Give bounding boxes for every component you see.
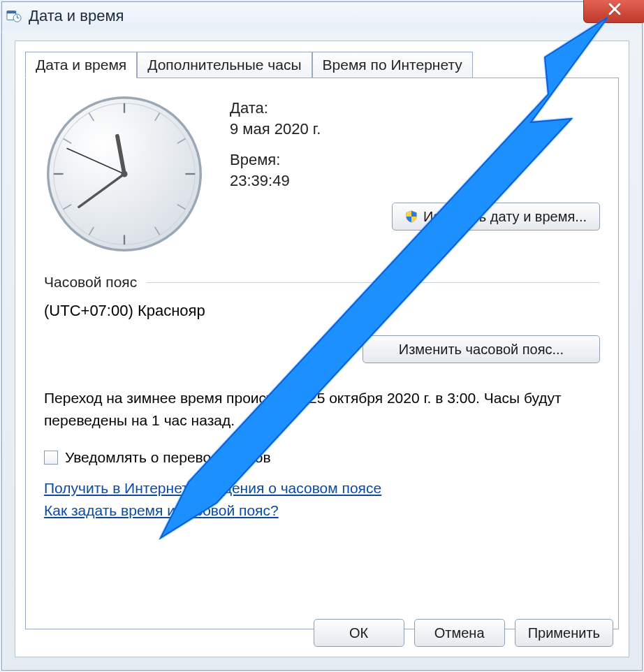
tab-internet-time[interactable]: Время по Интернету [312,52,473,78]
timezone-value: (UTC+07:00) Краснояр [44,302,600,320]
date-value: 9 мая 2020 г. [230,120,600,138]
separator-line [147,282,600,283]
link-timezone-info[interactable]: Получить в Интернете сведения о часовом … [44,480,600,497]
svg-rect-1 [7,11,16,14]
link-howto-set-time[interactable]: Как задать время и часовой пояс? [44,502,600,519]
dst-info-text: Переход на зимнее время происходит 25 ок… [44,387,600,431]
dst-notify-label: Уведомлять о переводе часов [65,449,271,466]
apply-button[interactable]: Применить [515,619,613,647]
tab-date-time[interactable]: Дата и время [25,52,137,78]
window-title: Дата и время [29,7,124,25]
time-value: 23:39:49 [230,172,600,190]
analog-clock [44,94,205,254]
uac-shield-icon [405,210,418,223]
close-icon [606,1,623,17]
dialog-button-row: ОК Отмена Применить [314,619,613,647]
tab-additional-clocks[interactable]: Дополнительные часы [137,52,312,78]
tab-strip: Дата и время Дополнительные часы Время п… [15,41,629,78]
apply-label: Применить [528,625,600,641]
ok-button[interactable]: ОК [314,619,404,647]
titlebar[interactable]: Дата и время [2,2,642,30]
dialog-window: Дата и время Дата и время Дополнительные… [1,1,643,671]
dst-notify-checkbox[interactable] [44,451,58,465]
cancel-label: Отмена [434,625,485,641]
close-button[interactable] [583,0,644,23]
timezone-group-label: Часовой пояс [44,274,137,291]
time-label: Время: [230,151,600,169]
tab-page-date-time: Дата: 9 мая 2020 г. Время: 23:39:49 [25,78,619,629]
clock-calendar-icon [6,8,22,24]
change-timezone-button[interactable]: Изменить часовой пояс... [363,335,600,363]
cancel-button[interactable]: Отмена [414,619,505,647]
svg-point-19 [121,170,127,177]
client-area: Дата и время Дополнительные часы Время п… [15,41,629,657]
change-timezone-label: Изменить часовой пояс... [399,342,564,358]
change-date-time-label: Изменить дату и время... [423,209,587,225]
ok-label: ОК [349,625,368,641]
change-date-time-button[interactable]: Изменить дату и время... [392,203,600,231]
date-label: Дата: [230,99,600,117]
